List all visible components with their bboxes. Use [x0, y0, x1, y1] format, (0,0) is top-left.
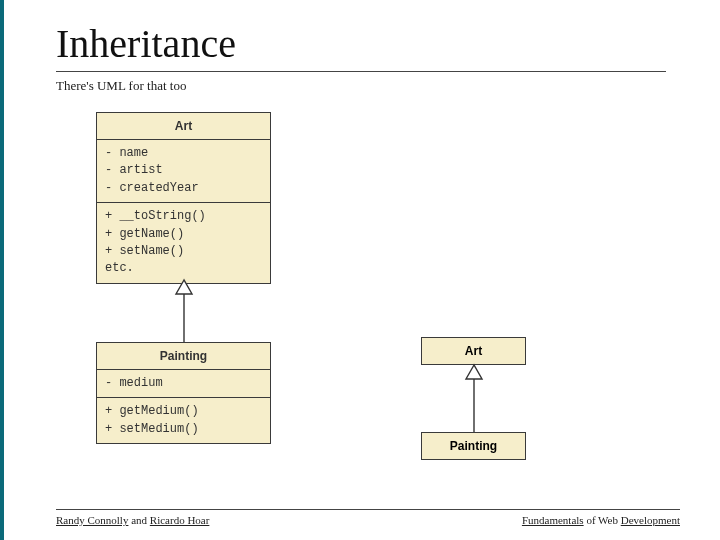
slide-footer: Randy Connolly and Ricardo Hoar Fundamen…: [56, 509, 680, 526]
uml-operations: + __toString() + getName() + setName() e…: [97, 203, 270, 283]
uml-simple-art: Art: [421, 337, 526, 365]
uml-op: + __toString(): [105, 208, 262, 225]
footer-book-2: Development: [621, 514, 680, 526]
footer-rule: [56, 509, 680, 510]
title-rule: [56, 71, 666, 72]
footer-book-1: Fundamentals: [522, 514, 584, 526]
svg-marker-2: [466, 365, 482, 379]
uml-operations: + getMedium() + setMedium(): [97, 398, 270, 443]
uml-simple-painting: Painting: [421, 432, 526, 460]
uml-diagram: Art - name - artist - createdYear + __to…: [56, 112, 666, 492]
uml-class-name: Art: [97, 113, 270, 140]
slide: Inheritance There's UML for that too Art…: [0, 0, 720, 540]
footer-author-2: Ricardo Hoar: [150, 514, 210, 526]
inheritance-arrow-icon: [174, 280, 194, 344]
uml-class-art: Art - name - artist - createdYear + __to…: [96, 112, 271, 284]
footer-author-1: Randy Connolly: [56, 514, 128, 526]
uml-op: + getName(): [105, 226, 262, 243]
footer-book-title: Fundamentals of Web Development: [522, 514, 680, 526]
uml-attr: - name: [105, 145, 262, 162]
uml-attributes: - name - artist - createdYear: [97, 140, 270, 203]
footer-authors: Randy Connolly and Ricardo Hoar: [56, 514, 209, 526]
uml-op: + setName(): [105, 243, 262, 260]
footer-book-mid: of Web: [584, 514, 621, 526]
uml-attributes: - medium: [97, 370, 270, 398]
uml-op: + setMedium(): [105, 421, 262, 438]
footer-and: and: [128, 514, 149, 526]
uml-op: etc.: [105, 260, 262, 277]
uml-attr: - artist: [105, 162, 262, 179]
subtitle: There's UML for that too: [56, 78, 680, 94]
uml-op: + getMedium(): [105, 403, 262, 420]
uml-attr: - createdYear: [105, 180, 262, 197]
uml-class-painting: Painting - medium + getMedium() + setMed…: [96, 342, 271, 444]
uml-attr: - medium: [105, 375, 262, 392]
inheritance-arrow-icon: [464, 365, 484, 433]
uml-class-name: Painting: [97, 343, 270, 370]
page-title: Inheritance: [56, 20, 680, 67]
